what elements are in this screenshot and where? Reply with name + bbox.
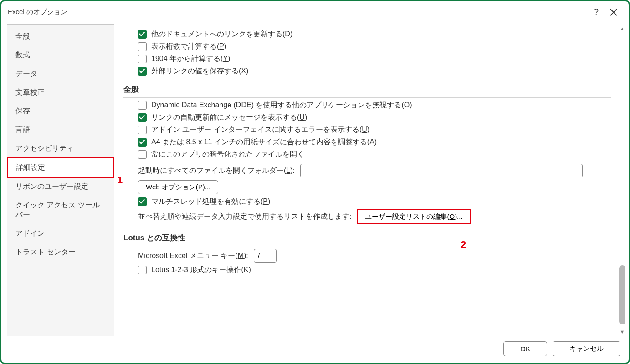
sidebar-item-data[interactable]: データ bbox=[7, 65, 114, 83]
sidebar-item-language[interactable]: 言語 bbox=[7, 121, 114, 139]
sidebar-item-proofing[interactable]: 文章校正 bbox=[7, 83, 114, 102]
cb-1904[interactable] bbox=[138, 55, 147, 63]
sidebar-item-label: 詳細設定 bbox=[16, 163, 45, 171]
sidebar-item-addins[interactable]: アドイン bbox=[7, 224, 114, 243]
sidebar-item-label: 文章校正 bbox=[15, 88, 45, 96]
cb-save-ext-links[interactable] bbox=[138, 67, 147, 76]
close-button[interactable] bbox=[605, 5, 622, 20]
cb-precision[interactable] bbox=[138, 42, 147, 51]
cb-ignore-dde[interactable] bbox=[138, 101, 147, 110]
sidebar-item-label: トラスト センター bbox=[15, 248, 76, 256]
cb-label: リンクの自動更新前にメッセージを表示する(U) bbox=[151, 113, 307, 122]
dialog-body: 全般 数式 データ 文章校正 保存 言語 アクセシビリティ 詳細設定 リボンのユ… bbox=[7, 24, 623, 336]
sidebar-item-label: 言語 bbox=[15, 126, 30, 133]
annotation-marker-2: 2 bbox=[461, 239, 466, 251]
cb-link-update-msg[interactable] bbox=[138, 113, 147, 122]
cb-label: 表示桁数で計算する(P) bbox=[151, 42, 226, 51]
close-icon bbox=[610, 9, 617, 16]
menu-key-input[interactable] bbox=[254, 249, 277, 263]
sidebar-item-label: クイック アクセス ツール バー bbox=[15, 201, 100, 218]
scroll-down-icon[interactable]: ▼ bbox=[618, 327, 627, 336]
startup-folder-input[interactable] bbox=[300, 164, 583, 177]
menu-key-label: Microsoft Excel メニュー キー(M): bbox=[138, 251, 248, 261]
general-group: Dynamic Data Exchange (DDE) を使用する他のアプリケー… bbox=[128, 101, 611, 224]
sidebar-item-trust[interactable]: トラスト センター bbox=[7, 243, 114, 262]
sidebar-item-label: アドイン bbox=[15, 229, 45, 237]
cb-addin-ui-errors[interactable] bbox=[138, 126, 147, 134]
cb-open-encrypted[interactable] bbox=[138, 150, 147, 159]
dialog-footer: OK キャンセル bbox=[503, 341, 620, 356]
cb-label: アドイン ユーザー インターフェイスに関するエラーを表示する(U) bbox=[151, 125, 369, 135]
ok-button[interactable]: OK bbox=[503, 341, 547, 356]
scrollbar-thumb[interactable] bbox=[619, 265, 625, 324]
sidebar-item-general[interactable]: 全般 bbox=[7, 27, 114, 46]
cb-label: 常にこのアプリの暗号化されたファイルを開く bbox=[151, 150, 304, 159]
calc-group: 他のドキュメントへのリンクを更新する(D) 表示桁数で計算する(P) 1904 … bbox=[128, 30, 611, 76]
sidebar: 全般 数式 データ 文章校正 保存 言語 アクセシビリティ 詳細設定 リボンのユ… bbox=[7, 24, 114, 336]
sidebar-item-label: アクセシビリティ bbox=[15, 144, 74, 152]
vertical-scrollbar[interactable]: ▲ ▼ bbox=[618, 24, 627, 336]
cb-multithread[interactable] bbox=[138, 197, 147, 206]
sidebar-item-label: データ bbox=[15, 70, 37, 77]
sidebar-item-accessibility[interactable]: アクセシビリティ bbox=[7, 139, 114, 158]
cb-label: Dynamic Data Exchange (DDE) を使用する他のアプリケー… bbox=[151, 101, 412, 110]
sidebar-item-ribbon[interactable]: リボンのユーザー設定 bbox=[7, 177, 114, 196]
cb-update-links[interactable] bbox=[138, 30, 147, 39]
help-button[interactable]: ? bbox=[588, 5, 605, 20]
edit-custom-lists-button[interactable]: ユーザー設定リストの編集(O)... bbox=[357, 209, 471, 224]
cb-lotus-keys[interactable] bbox=[138, 266, 147, 274]
sidebar-item-qat[interactable]: クイック アクセス ツール バー bbox=[7, 196, 114, 224]
titlebar: Excel のオプション ? bbox=[1, 1, 629, 20]
cb-label: A4 または 8.5 x 11 インチの用紙サイズに合わせて内容を調整する(A) bbox=[151, 137, 377, 147]
section-header-lotus: Lotus との互換性 bbox=[123, 233, 611, 246]
sidebar-item-label: 保存 bbox=[15, 107, 30, 115]
sidebar-item-formulas[interactable]: 数式 bbox=[7, 46, 114, 65]
sidebar-item-label: リボンのユーザー設定 bbox=[15, 182, 88, 190]
cb-scale-a4[interactable] bbox=[138, 138, 147, 147]
cb-label: Lotus 1-2-3 形式のキー操作(K) bbox=[151, 265, 251, 275]
cb-label: 外部リンクの値を保存する(X) bbox=[151, 66, 248, 76]
sidebar-item-advanced[interactable]: 詳細設定 bbox=[7, 157, 114, 178]
content-panel: 他のドキュメントへのリンクを更新する(D) 表示桁数で計算する(P) 1904 … bbox=[114, 24, 623, 336]
sidebar-item-label: 全般 bbox=[15, 32, 30, 40]
sidebar-item-label: 数式 bbox=[15, 51, 30, 59]
startup-folder-label: 起動時にすべてのファイルを開くフォルダー(L): bbox=[138, 166, 295, 176]
cancel-button[interactable]: キャンセル bbox=[553, 341, 620, 356]
excel-options-dialog: Excel のオプション ? 全般 数式 データ 文章校正 保存 言語 アクセシ… bbox=[0, 0, 630, 364]
web-options-button[interactable]: Web オプション(P)... bbox=[138, 180, 218, 194]
cb-label: 1904 年から計算する(Y) bbox=[151, 54, 230, 64]
custom-list-label: 並べ替え順や連続データ入力設定で使用するリストを作成します: bbox=[138, 212, 351, 222]
lotus-group: Microsoft Excel メニュー キー(M): Lotus 1-2-3 … bbox=[128, 249, 611, 275]
dialog-title: Excel のオプション bbox=[8, 8, 588, 16]
section-header-general: 全般 bbox=[123, 84, 611, 98]
cb-label: 他のドキュメントへのリンクを更新する(D) bbox=[151, 30, 292, 39]
cb-label: マルチスレッド処理を有効にする(P) bbox=[151, 197, 270, 207]
scroll-up-icon[interactable]: ▲ bbox=[618, 24, 627, 33]
sidebar-item-save[interactable]: 保存 bbox=[7, 102, 114, 121]
